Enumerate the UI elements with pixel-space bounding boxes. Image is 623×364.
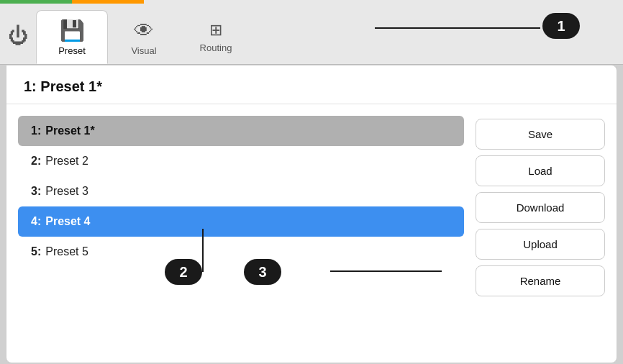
visual-icon: 👁 bbox=[134, 19, 154, 42]
callout-3: 3 bbox=[244, 259, 281, 285]
tab-power[interactable]: ⏻ bbox=[0, 10, 36, 64]
callout-line-3 bbox=[330, 270, 442, 272]
routing-label: Routing bbox=[200, 42, 232, 53]
preset-item-1[interactable]: 1: Preset 1* bbox=[18, 116, 464, 146]
main-panel: 1: Preset 1* 1: Preset 1* 2: Preset 2 3:… bbox=[6, 65, 617, 363]
preset-name-1: Preset 1* bbox=[45, 124, 95, 137]
accent-bar bbox=[0, 0, 144, 4]
preset-num-3: 3: bbox=[31, 185, 41, 198]
save-button[interactable]: Save bbox=[476, 119, 605, 150]
preset-num-1: 1: bbox=[31, 124, 41, 137]
routing-icon: ⊞ bbox=[209, 21, 222, 40]
rename-button[interactable]: Rename bbox=[476, 265, 605, 296]
callout-1: 1 bbox=[542, 13, 580, 39]
tab-preset[interactable]: 💾 Preset bbox=[36, 10, 108, 64]
preset-name-5: Preset 5 bbox=[45, 245, 88, 258]
preset-num-2: 2: bbox=[31, 155, 41, 168]
preset-item-3[interactable]: 3: Preset 3 bbox=[18, 176, 464, 206]
upload-button[interactable]: Upload bbox=[476, 229, 605, 260]
tab-visual[interactable]: 👁 Visual bbox=[108, 10, 180, 64]
preset-name-2: Preset 2 bbox=[45, 155, 88, 168]
top-bar: ⏻ 💾 Preset 👁 Visual ⊞ Routing 1 bbox=[0, 0, 623, 65]
callout-line-1 bbox=[375, 27, 540, 29]
tab-routing[interactable]: ⊞ Routing bbox=[180, 10, 252, 64]
preset-item-4[interactable]: 4: Preset 4 bbox=[18, 206, 464, 237]
load-button[interactable]: Load bbox=[476, 155, 605, 186]
preset-label: Preset bbox=[58, 45, 86, 56]
callout-line-2 bbox=[202, 229, 204, 272]
preset-name-3: Preset 3 bbox=[45, 185, 88, 198]
preset-name-4: Preset 4 bbox=[45, 215, 90, 228]
action-buttons: Save Load Download Upload Rename bbox=[476, 116, 605, 351]
preset-list: 1: Preset 1* 2: Preset 2 3: Preset 3 4: … bbox=[18, 116, 464, 351]
preset-item-2[interactable]: 2: Preset 2 bbox=[18, 146, 464, 176]
preset-item-5[interactable]: 5: Preset 5 bbox=[18, 237, 464, 267]
visual-label: Visual bbox=[131, 45, 156, 56]
download-button[interactable]: Download bbox=[476, 192, 605, 223]
callout-2: 2 bbox=[165, 259, 202, 285]
preset-num-5: 5: bbox=[31, 245, 41, 258]
preset-num-4: 4: bbox=[31, 215, 41, 228]
power-icon: ⏻ bbox=[8, 24, 28, 47]
panel-title: 1: Preset 1* bbox=[6, 65, 617, 104]
preset-icon: 💾 bbox=[60, 19, 85, 42]
panel-body: 1: Preset 1* 2: Preset 2 3: Preset 3 4: … bbox=[6, 104, 617, 363]
